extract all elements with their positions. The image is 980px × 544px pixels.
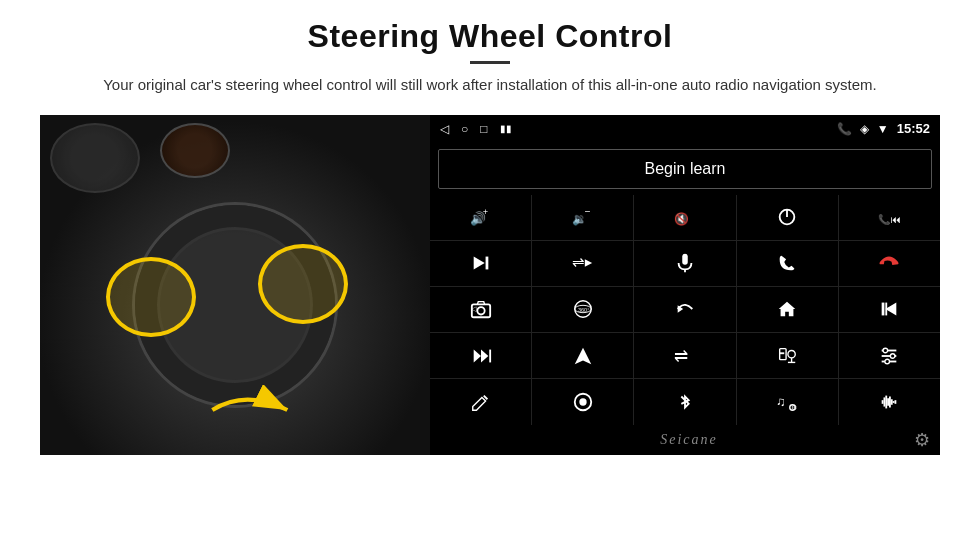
- prev-track-button[interactable]: [839, 287, 940, 332]
- svg-marker-22: [779, 302, 796, 317]
- svg-marker-12: [585, 260, 592, 267]
- edit-button[interactable]: [430, 379, 531, 424]
- home-circle-icon: ○: [461, 122, 468, 136]
- svg-text:⚙: ⚙: [791, 403, 797, 412]
- waveform-icon: [878, 391, 900, 413]
- gauge-speedometer: [50, 123, 140, 193]
- svg-text:+: +: [482, 207, 487, 217]
- title-section: Steering Wheel Control Your original car…: [103, 18, 877, 109]
- svg-text:360°: 360°: [578, 307, 589, 313]
- waveform-button[interactable]: [839, 379, 940, 424]
- circle-dot-icon: [572, 391, 594, 413]
- svg-text:♫: ♫: [776, 394, 786, 409]
- branding-bar: Seicane ⚙: [430, 425, 940, 455]
- svg-rect-28: [489, 349, 491, 362]
- music-settings-icon: ♫ ⚙: [776, 391, 798, 413]
- status-bar: ◁ ○ □ ▮▮ 📞 ◈ ▼ 15:52: [430, 115, 940, 143]
- phone-button[interactable]: [737, 241, 838, 286]
- vol-up-button[interactable]: 🔊+: [430, 195, 531, 240]
- sliders-button[interactable]: [839, 333, 940, 378]
- mic-button[interactable]: [634, 241, 735, 286]
- svg-point-41: [885, 359, 890, 364]
- equalizer-button[interactable]: ⇌: [634, 333, 735, 378]
- next-track-button[interactable]: [430, 241, 531, 286]
- fast-forward-icon: [470, 345, 492, 367]
- svg-text:⇌: ⇌: [674, 346, 688, 364]
- page-wrapper: Steering Wheel Control Your original car…: [0, 0, 980, 544]
- sliders-icon: [878, 345, 900, 367]
- recents-icon: □: [480, 122, 487, 136]
- navigate-icon: [572, 345, 594, 367]
- hang-up-icon: [878, 252, 900, 274]
- next-track-icon: [470, 252, 492, 274]
- call-prev-button[interactable]: 📞⏮: [839, 195, 940, 240]
- equalizer-icon: ⇌: [674, 345, 696, 367]
- brand-name: Seicane: [464, 432, 914, 448]
- svg-rect-23: [882, 303, 885, 316]
- mic-icon: [674, 252, 696, 274]
- svg-rect-25: [886, 303, 888, 316]
- circle-dot-button[interactable]: [532, 379, 633, 424]
- fast-forward-button[interactable]: [430, 333, 531, 378]
- svg-marker-26: [473, 349, 480, 362]
- controls-grid: 🔊+ 🔉 − 🔇: [430, 195, 940, 425]
- svg-rect-32: [780, 352, 785, 354]
- svg-marker-27: [481, 349, 488, 362]
- call-prev-icon: 📞⏮: [878, 206, 900, 228]
- svg-point-16: [477, 308, 484, 315]
- back-arrow-icon: ◁: [440, 122, 449, 136]
- gauge-rpm: [160, 123, 230, 178]
- bluetooth-icon: [674, 391, 696, 413]
- camera-icon: ◁: [470, 298, 492, 320]
- home-nav-icon: [776, 298, 798, 320]
- vol-mute-icon: 🔇: [674, 206, 696, 228]
- sw-background: [40, 115, 430, 455]
- content-area: ◁ ○ □ ▮▮ 📞 ◈ ▼ 15:52 Begin learn: [40, 115, 940, 455]
- yellow-arrow-icon: [204, 385, 304, 435]
- svg-marker-29: [575, 347, 592, 364]
- settings-gear-icon[interactable]: ⚙: [914, 429, 930, 451]
- svg-point-39: [883, 348, 888, 353]
- edit-icon: [470, 391, 492, 413]
- status-right: 📞 ◈ ▼ 15:52: [837, 121, 930, 136]
- begin-learn-button[interactable]: Begin learn: [438, 149, 932, 189]
- record-icon: [776, 345, 798, 367]
- highlight-left-buttons: [106, 257, 196, 337]
- signal-icon: ▮▮: [500, 123, 512, 134]
- navigate-button[interactable]: [532, 333, 633, 378]
- clock: 15:52: [897, 121, 930, 136]
- music-settings-button[interactable]: ♫ ⚙: [737, 379, 838, 424]
- svg-text:−: −: [585, 206, 591, 217]
- phone-icon: 📞: [837, 122, 852, 136]
- shuffle-icon: ⇌: [572, 252, 594, 274]
- phone-icon: [776, 252, 798, 274]
- svg-point-40: [891, 353, 896, 358]
- svg-point-33: [788, 350, 795, 357]
- power-button[interactable]: [737, 195, 838, 240]
- home-nav-button[interactable]: [737, 287, 838, 332]
- view-360-button[interactable]: 360°: [532, 287, 633, 332]
- hang-up-button[interactable]: [839, 241, 940, 286]
- svg-text:⇌: ⇌: [572, 254, 585, 270]
- vol-mute-button[interactable]: 🔇: [634, 195, 735, 240]
- svg-text:🔇: 🔇: [674, 211, 689, 226]
- title-divider: [470, 61, 510, 64]
- back-nav-button[interactable]: [634, 287, 735, 332]
- location-icon: ◈: [860, 122, 869, 136]
- radio-screen: ◁ ○ □ ▮▮ 📞 ◈ ▼ 15:52 Begin learn: [430, 115, 940, 455]
- bluetooth-button[interactable]: [634, 379, 735, 424]
- highlight-right-buttons: [258, 244, 348, 324]
- vol-down-button[interactable]: 🔉 −: [532, 195, 633, 240]
- vol-up-icon: 🔊+: [470, 206, 492, 228]
- camera-button[interactable]: ◁: [430, 287, 531, 332]
- vol-down-icon: 🔉 −: [572, 206, 594, 228]
- svg-rect-10: [485, 257, 488, 270]
- back-nav-icon: [674, 298, 696, 320]
- svg-marker-9: [473, 257, 484, 270]
- power-icon: [776, 206, 798, 228]
- record-button[interactable]: [737, 333, 838, 378]
- status-left: ◁ ○ □ ▮▮: [440, 122, 512, 136]
- shuffle-button[interactable]: ⇌: [532, 241, 633, 286]
- begin-learn-row: Begin learn: [430, 143, 940, 195]
- steering-wheel-photo: [40, 115, 430, 455]
